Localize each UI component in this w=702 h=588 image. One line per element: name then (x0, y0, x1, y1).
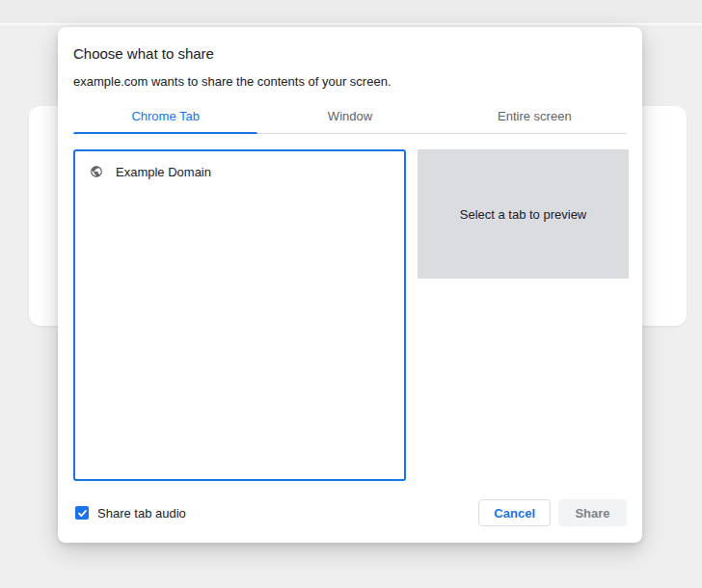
dialog-title: Choose what to share (73, 44, 627, 64)
preview-placeholder: Select a tab to preview (460, 207, 587, 222)
share-tab-audio-label[interactable]: Share tab audio (97, 506, 186, 521)
share-button[interactable]: Share (558, 499, 627, 526)
page-background-topband (0, 0, 702, 25)
share-dialog: Choose what to share example.com wants t… (58, 27, 642, 543)
dialog-footer: Share tab audio Cancel Share (73, 498, 627, 527)
globe-icon (90, 165, 103, 178)
dialog-content: Example Domain Select a tab to preview (73, 149, 627, 481)
tab-window[interactable]: Window (257, 103, 442, 133)
source-item-label: Example Domain (116, 165, 211, 179)
tab-chrome-tab[interactable]: Chrome Tab (73, 103, 257, 133)
tab-source-list: Example Domain (73, 149, 406, 481)
share-tab-audio-checkbox[interactable]: Share tab audio (73, 506, 186, 521)
preview-panel: Select a tab to preview (418, 149, 629, 279)
tab-entire-screen[interactable]: Entire screen (443, 103, 627, 133)
dialog-subtitle: example.com wants to share the contents … (73, 74, 627, 90)
cancel-button[interactable]: Cancel (478, 499, 551, 526)
checkmark-icon (77, 508, 88, 519)
tabstrip: Chrome Tab Window Entire screen (73, 103, 627, 134)
checkbox-checked-icon[interactable] (75, 506, 89, 520)
list-item-example-domain[interactable]: Example Domain (75, 157, 404, 186)
